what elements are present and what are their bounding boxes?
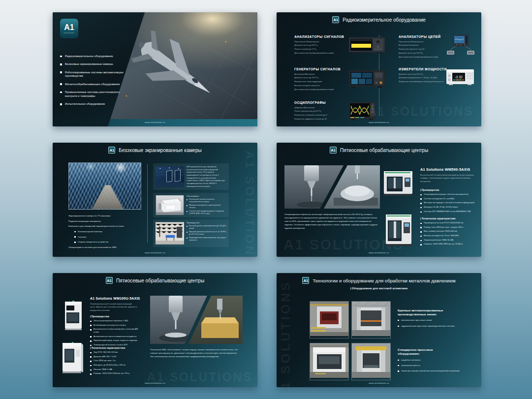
list-item: механические прессовые линии [398,319,465,322]
spec-line: Количество аналоговых каналов до 4 [294,114,347,118]
power-meter-image: -3.32 [446,68,474,88]
ultrasonic-paragraph: Ультразвуковая обработка использует вибр… [284,213,380,230]
spec-line: Высокая выходная мощность [294,84,347,88]
slide-5axis-wm100u[interactable]: A1 Пятиосевые обрабатывающие центры A1 S… [53,273,257,387]
slide-header: A1 Технологии и оборудование для обработ… [277,277,481,284]
chamber-card: БЭК предназначены для проведения высокот… [153,163,229,190]
card-heading: Преимущества: [187,222,226,224]
list-item: Высокоточная 5-осевая кинематика с полны… [90,328,140,334]
chamber-interior-image [156,222,184,245]
spec-line: Дистанционный апгрейд программных опций [294,52,347,56]
slide-title-text: Безэховые экранированные камеры [119,148,201,153]
text-line: Радиопоглощающие материалы [68,220,147,222]
antenna-systems-list: Коллиматорный комплекс Сканеры Опорно-по… [74,230,147,244]
section-heading: АНАЛИЗАТОРЫ СИГНАЛОВ [294,35,347,38]
list-item: Ультразвуковой шпиндель собственной разр… [420,193,478,196]
watermark: A1 SOLUTIONS [368,104,473,119]
list-item: Энергопотребление: 380В, 60 кВА [420,239,479,242]
list-item: Мостовая конструкция с жесткой 3-осевой … [420,202,478,205]
slide-header: A1 Пятиосевые обрабатывающие центры [53,277,257,284]
spec-line: Наличие всех типов модуляций [294,80,347,84]
press-photo-4 [351,343,391,380]
provides-card: Обеспечивают: Исключение влияния внешнег… [153,193,229,217]
list-item: Роботизированные системы автоматизации п… [60,71,124,79]
a1-logo: A1 [302,277,309,284]
list-item: Индивидуальное проектирование под задачи… [187,237,226,242]
website-url: www.a1solutions.ru [53,382,257,384]
card-text-block: Преимущества: Высокий уровень экранирова… [187,222,226,245]
card-list: Высокий уровень экранирования (до 100 дБ… [187,225,226,242]
slide-radio-equipment[interactable]: A1 Радиоизмерительное оборудование АНАЛИ… [277,12,481,126]
chamber-dark-photo [156,166,184,187]
machine-cabinet-1 [63,301,83,333]
list-item: линии для прогрессивной или многопозицио… [398,369,467,372]
list-item: Магазин инструментов: 24 шт., HSK-A63 [420,235,479,238]
list-item: Радиоизмерительное оборудование [60,55,124,59]
specs-heading: | Технические характеристики [90,347,125,349]
product-name: A1 Solutions WM100U-5AXIS [90,297,141,300]
signal-generator-image [348,69,386,91]
list-item: гидравлические прессовые производственны… [398,325,465,328]
logo-subtext: solutions [64,32,75,34]
power-meter-reading: -3.32 [455,75,463,79]
lines-block-list: механические прессовые линии гидравличес… [398,319,465,331]
section-oscilloscopes: ОСЦИЛЛОГРАФЫ Цифровые/Аналоговые Полоса … [294,101,347,122]
list-item: Нержавеющий корпус внутри, защита от кор… [90,339,140,342]
a1-logo: A1 [108,147,115,153]
slide-header: A1 Радиоизмерительное оборудование [277,16,481,23]
list-item: Коллиматорный комплекс [74,230,147,233]
text-line: Комплексы для измерений параметров антен… [68,225,147,227]
list-item: Соответствие международным стандартам (C… [187,210,226,215]
list-item: Умная ультразвуковая обработка с MQL [90,320,140,323]
section-signal-analyzers: АНАЛИЗАТОРЫ СИГНАЛОВ Портативные/Лаборат… [294,35,347,56]
slide-anechoic-chambers[interactable]: A1 Безэховые экранированные камеры Экран… [53,143,257,257]
list-item: Высокий уровень экранирования (до 100 дБ… [187,225,226,230]
list-item: Шпиндель 35 кВт, 55 Нм, 20 000 об/мин [420,206,478,209]
list-item: Питание: 380В, 9 кВА [90,368,140,371]
list-item: Диапазон A/B: 360° / ±120° [90,356,140,359]
spec-line: Дистанционный апгрейд программных опций [294,88,347,92]
advantages-heading: | Преимущества [420,189,439,191]
watermark: A1 SOLUTIONS [279,280,293,387]
list-item: Ход X/Y/Z: 340×100×120 мм [90,351,140,354]
list-item: Исключение влияния внешнего электромагни… [187,198,226,203]
slide-metal-forming[interactable]: A1 Технологии и оборудование для обработ… [277,273,481,387]
card-text-block: Обеспечивают: Исключение влияния внешнег… [187,195,226,215]
press-block-heading: Стандартное прессовое оборудование: [398,348,452,356]
slide-header: A1 Безэховые экранированные камеры [53,147,257,153]
slide-title-text: Радиоизмерительное оборудование [343,17,426,23]
slide-title-text: Технологии и оборудование для обработки … [313,278,455,283]
specs-list: Перемещения по осям X/Y/Z: 500/550/500 м… [420,222,479,247]
slide-5axis-wm500[interactable]: A1 Пятиосевые обрабатывающие центры [277,143,481,257]
spec-line: Портативные/Лабораторные [294,40,347,44]
list-item: Широкий диапазон рабочих частот (от 30 М… [187,231,226,236]
text-line: Экранированные камеры по ТЗ заказчика [68,215,147,217]
column-divider [147,164,148,243]
watermark: A1 SOLUTIONS [243,151,256,257]
a1-logo: A1 [330,147,337,153]
list-item: Испытательное оборудование [60,102,124,106]
a1-logo: A1 [106,277,113,284]
card-heading: Обеспечивают: [187,195,226,197]
list-item: Система охлаждения CO₂ или MQL [420,198,478,201]
machine-cabinet-2 [61,342,84,376]
press-block-list: вырубные автоматы чеканочные прессы лини… [398,359,467,375]
a1-logo: A1 [332,16,339,23]
list-item: Шпиндель: до 36 000 об/мин, 290 нм [90,364,140,367]
list-item: Габариты: 3240×3780×2895 мм, вес 10 800 … [420,243,479,246]
product-description: Лёгкий вертикальный 5-осевой обрабатываю… [90,303,137,312]
signal-analyzer-image [348,37,386,57]
slide-title[interactable]: A1 solutions Радиоизмерительное оборудов… [53,12,257,126]
list-item: вырубные автоматы [398,359,467,362]
chamber-description-block: Экранированные камеры по ТЗ заказчика Ра… [68,215,147,248]
advantages-list: Умная ультразвуковая обработка с MQL Ант… [90,320,140,348]
list-item: Размеры: 1010×1120×1540 мм, вес 750 кг [90,372,140,375]
list-item: Безэховые экранированные камеры [60,62,124,66]
mql-paragraph: Технология MQL обеспечивает точную подач… [150,348,242,358]
slide-header: A1 Пятиосевые обрабатывающие центры [277,147,481,153]
list-item: Металлообрабатывающее оборудование [60,83,124,87]
advantages-list: Ультразвуковой шпиндель собственной разр… [420,193,478,215]
mql-collage [150,296,243,344]
business-directions-list: Радиоизмерительное оборудование Безэховы… [60,55,124,111]
press-photo-2 [351,301,391,338]
